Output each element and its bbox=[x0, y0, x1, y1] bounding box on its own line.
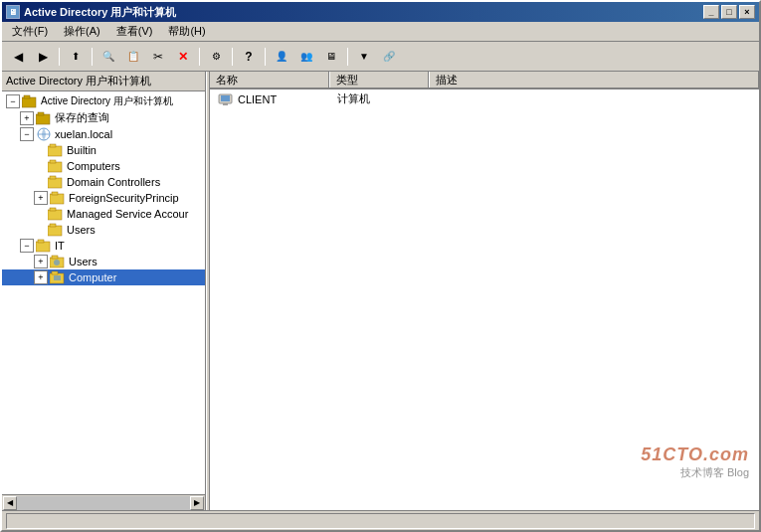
menu-action[interactable]: 操作(A) bbox=[56, 22, 108, 41]
svg-rect-27 bbox=[221, 95, 230, 101]
it-users-label: Users bbox=[69, 256, 97, 267]
close-button[interactable]: × bbox=[739, 5, 755, 19]
tree-saved-queries[interactable]: + 保存的查询 bbox=[2, 109, 205, 126]
it-computer-expand[interactable]: + bbox=[34, 270, 48, 284]
svg-rect-14 bbox=[48, 210, 62, 220]
users-xuelan-icon bbox=[48, 223, 64, 237]
forward-button[interactable]: ▶ bbox=[31, 46, 55, 68]
tree-it-users[interactable]: + Users bbox=[2, 254, 205, 269]
users-xuelan-label: Users bbox=[67, 224, 95, 236]
svg-rect-12 bbox=[50, 194, 64, 204]
svg-rect-8 bbox=[48, 162, 62, 172]
maximize-button[interactable]: □ bbox=[721, 5, 737, 19]
tree-it-computer[interactable]: + Computer bbox=[2, 269, 205, 285]
svg-rect-24 bbox=[52, 271, 58, 274]
main-window: 🖥 Active Directory 用户和计算机 _ □ × 文件(F) 操作… bbox=[0, 0, 761, 532]
new-user-button[interactable]: 👤 bbox=[270, 46, 293, 68]
svg-rect-13 bbox=[52, 192, 58, 195]
svg-rect-28 bbox=[223, 103, 228, 105]
back-button[interactable]: ◀ bbox=[6, 46, 30, 68]
dc-label: Domain Controllers bbox=[67, 176, 160, 188]
fs-icon bbox=[50, 191, 66, 205]
saved-queries-expand[interactable]: + bbox=[20, 111, 34, 125]
up-button[interactable]: ⬆ bbox=[64, 46, 88, 68]
toolbar-separator-3 bbox=[199, 48, 200, 66]
new-group-button[interactable]: 👥 bbox=[294, 46, 318, 68]
menu-help[interactable]: 帮助(H) bbox=[160, 22, 213, 41]
xuelan-expand[interactable]: − bbox=[20, 127, 34, 141]
toolbar-separator-4 bbox=[232, 48, 233, 66]
menu-view[interactable]: 查看(V) bbox=[108, 22, 161, 41]
toolbar: ◀ ▶ ⬆ 🔍 📋 ✂ ✕ ⚙ ? 👤 👥 🖥 ▼ 🔗 bbox=[2, 42, 759, 72]
col-name[interactable]: 名称 bbox=[210, 72, 329, 88]
tree-builtin[interactable]: Builtin bbox=[2, 142, 205, 158]
svg-rect-11 bbox=[50, 176, 56, 179]
menubar: 文件(F) 操作(A) 查看(V) 帮助(H) bbox=[2, 22, 759, 42]
tree-hscrollbar[interactable]: ◀ ▶ bbox=[2, 494, 205, 510]
tree-domain-controllers[interactable]: Domain Controllers bbox=[2, 174, 205, 190]
delete-button[interactable]: ✕ bbox=[171, 46, 195, 68]
it-icon bbox=[36, 239, 52, 253]
copy-button[interactable]: 📋 bbox=[121, 46, 145, 68]
tree-managed-service[interactable]: Managed Service Accour bbox=[2, 206, 205, 222]
it-users-expand[interactable]: + bbox=[34, 255, 48, 268]
fs-label: ForeignSecurityPrincip bbox=[69, 192, 179, 204]
svg-rect-10 bbox=[48, 178, 62, 188]
search-button[interactable]: 🔍 bbox=[96, 46, 120, 68]
cell-name: CLIENT bbox=[214, 92, 333, 106]
watermark-line2: 技术博客 Blog bbox=[641, 465, 749, 480]
svg-rect-9 bbox=[50, 160, 56, 163]
scroll-right[interactable]: ▶ bbox=[190, 496, 204, 510]
app-icon: 🖥 bbox=[6, 5, 20, 19]
it-computer-icon bbox=[50, 270, 66, 284]
properties-button[interactable]: ⚙ bbox=[204, 46, 228, 68]
toolbar-separator-1 bbox=[59, 48, 60, 66]
col-desc[interactable]: 描述 bbox=[429, 72, 759, 88]
col-type[interactable]: 类型 bbox=[329, 72, 429, 88]
saved-queries-icon bbox=[36, 111, 52, 125]
tree-root[interactable]: − Active Directory 用户和计算机 bbox=[2, 93, 205, 109]
tree-header: Active Directory 用户和计算机 bbox=[2, 72, 205, 91]
scroll-left[interactable]: ◀ bbox=[3, 496, 17, 510]
minimize-button[interactable]: _ bbox=[703, 5, 719, 19]
svg-rect-15 bbox=[50, 208, 56, 211]
titlebar-controls: _ □ × bbox=[703, 5, 755, 19]
fs-expand[interactable]: + bbox=[34, 191, 48, 205]
xuelan-label: xuelan.local bbox=[55, 128, 112, 140]
status-text bbox=[6, 513, 755, 529]
tree-content[interactable]: − Active Directory 用户和计算机 + 保存的查询 bbox=[2, 91, 205, 494]
tree-foreign-security[interactable]: + ForeignSecurityPrincip bbox=[2, 190, 205, 206]
list-header: 名称 类型 描述 bbox=[210, 72, 759, 89]
svg-rect-2 bbox=[36, 114, 50, 124]
tree-xuelan[interactable]: − xuelan.local bbox=[2, 126, 205, 142]
list-row[interactable]: CLIENT 计算机 bbox=[210, 89, 759, 108]
svg-rect-16 bbox=[48, 226, 62, 236]
scroll-track bbox=[17, 496, 190, 510]
new-computer-button[interactable]: 🖥 bbox=[319, 46, 343, 68]
root-expand[interactable]: − bbox=[6, 94, 20, 108]
computers-label: Computers bbox=[67, 160, 120, 172]
toolbar-separator-6 bbox=[347, 48, 348, 66]
it-users-icon bbox=[50, 255, 66, 268]
statusbar bbox=[2, 510, 759, 530]
delegate-button[interactable]: 🔗 bbox=[377, 46, 401, 68]
cut-button[interactable]: ✂ bbox=[146, 46, 170, 68]
window-title: Active Directory 用户和计算机 bbox=[24, 5, 176, 20]
tree-it[interactable]: − IT bbox=[2, 238, 205, 254]
builtin-label: Builtin bbox=[67, 144, 96, 156]
toolbar-separator-2 bbox=[92, 48, 93, 66]
help-button[interactable]: ? bbox=[237, 46, 261, 68]
xuelan-icon bbox=[36, 127, 52, 141]
it-computer-label: Computer bbox=[69, 271, 116, 283]
svg-point-22 bbox=[54, 260, 60, 266]
watermark-line1: 51CTO.com bbox=[641, 444, 749, 465]
tree-computers[interactable]: Computers bbox=[2, 158, 205, 174]
svg-rect-18 bbox=[36, 242, 50, 252]
cell-type: 计算机 bbox=[333, 91, 433, 106]
menu-file[interactable]: 文件(F) bbox=[4, 22, 56, 41]
filter-button[interactable]: ▼ bbox=[352, 46, 376, 68]
it-expand[interactable]: − bbox=[20, 239, 34, 253]
tree-users-xuelan[interactable]: Users bbox=[2, 222, 205, 238]
tree-panel: Active Directory 用户和计算机 − Active Directo… bbox=[2, 72, 206, 510]
root-icon bbox=[22, 94, 38, 108]
